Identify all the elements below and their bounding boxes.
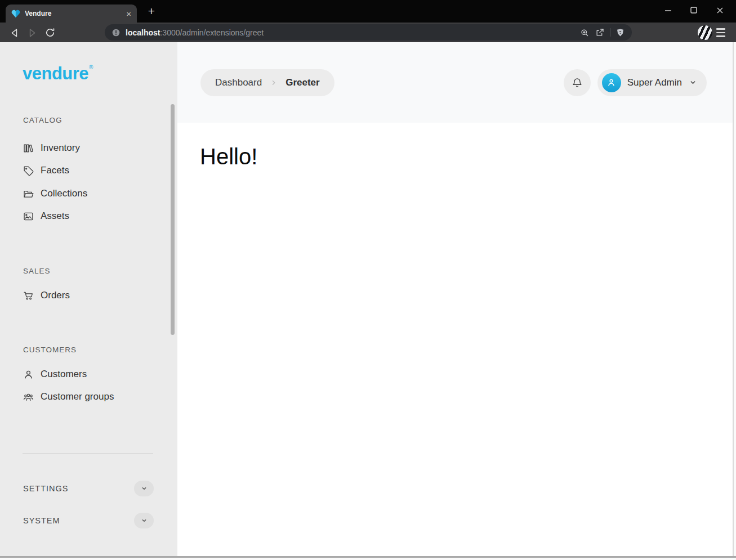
url-text[interactable]: localhost:3000/admin/extensions/greet bbox=[126, 28, 574, 37]
tag-icon bbox=[23, 165, 34, 177]
sidebar-item-facets[interactable]: Facets bbox=[23, 160, 69, 181]
browser-window: Vendure × + l bbox=[0, 0, 736, 560]
sidebar-scrollbar-thumb[interactable] bbox=[171, 104, 175, 335]
folder-icon bbox=[23, 188, 34, 200]
sidebar-item-label: Assets bbox=[41, 210, 69, 222]
sidebar-item-collections[interactable]: Collections bbox=[23, 183, 87, 204]
url-path: :3000/admin/extensions/greet bbox=[160, 28, 264, 37]
chevron-down-icon bbox=[140, 516, 149, 525]
back-icon[interactable] bbox=[7, 25, 21, 40]
menu-icon[interactable] bbox=[716, 26, 729, 39]
section-label-customers: CUSTOMERS bbox=[23, 346, 77, 354]
cart-icon bbox=[23, 290, 34, 302]
tab-vendure[interactable]: Vendure × bbox=[6, 5, 137, 23]
url-host: localhost bbox=[126, 28, 160, 37]
sidebar-item-inventory[interactable]: Inventory bbox=[23, 138, 80, 158]
image-icon bbox=[23, 210, 34, 222]
section-label-system: SYSTEM bbox=[23, 516, 60, 525]
sidebar-item-assets[interactable]: Assets bbox=[23, 206, 69, 226]
sidebar-item-label: Collections bbox=[41, 188, 87, 199]
user-menu-button[interactable]: Super Admin bbox=[597, 69, 707, 96]
sidebar-item-label: Orders bbox=[41, 290, 70, 301]
user-icon bbox=[23, 369, 34, 380]
forward-icon[interactable] bbox=[25, 25, 39, 40]
page-content: Hello! bbox=[177, 123, 733, 556]
tab-strip: Vendure × + bbox=[0, 0, 736, 23]
chevron-down-icon bbox=[688, 78, 698, 87]
window-bottom-edge bbox=[0, 556, 736, 558]
profile-avatar-icon[interactable] bbox=[698, 25, 712, 40]
section-label-sales: SALES bbox=[23, 267, 51, 275]
chevron-right-icon bbox=[269, 78, 279, 88]
toolbar-separator bbox=[610, 28, 610, 37]
breadcrumb-current: Greeter bbox=[286, 77, 319, 88]
site-info-icon[interactable] bbox=[111, 28, 121, 37]
maximize-icon[interactable] bbox=[681, 0, 707, 20]
bell-icon bbox=[571, 77, 583, 89]
chevron-down-icon bbox=[140, 484, 149, 493]
user-icon bbox=[606, 77, 617, 88]
user-avatar bbox=[602, 73, 621, 92]
sidebar-item-customer-groups[interactable]: Customer groups bbox=[23, 387, 114, 407]
notifications-button[interactable] bbox=[564, 69, 591, 96]
library-icon bbox=[23, 142, 34, 154]
window-controls bbox=[655, 0, 733, 20]
brave-shield-icon[interactable] bbox=[615, 28, 625, 38]
settings-expand-button[interactable] bbox=[134, 481, 154, 496]
app-header: Dashboard Greeter bbox=[177, 42, 733, 123]
sidebar-item-label: Customer groups bbox=[41, 391, 114, 402]
user-name: Super Admin bbox=[627, 77, 682, 88]
close-icon[interactable] bbox=[707, 0, 733, 20]
sidebar-section-system[interactable]: SYSTEM bbox=[23, 511, 154, 530]
sidebar: vendure® CATALOG Inventory Facets bbox=[0, 42, 177, 556]
logo-text: vendure bbox=[23, 64, 88, 83]
system-expand-button[interactable] bbox=[134, 513, 154, 528]
section-label-catalog: CATALOG bbox=[23, 116, 63, 124]
sidebar-section-settings[interactable]: SETTINGS bbox=[23, 479, 154, 498]
sidebar-item-label: Inventory bbox=[41, 142, 80, 154]
breadcrumb: Dashboard Greeter bbox=[200, 69, 334, 96]
minimize-icon[interactable] bbox=[655, 0, 681, 20]
share-icon[interactable] bbox=[595, 28, 605, 38]
address-bar[interactable]: localhost:3000/admin/extensions/greet bbox=[105, 24, 632, 41]
sidebar-item-label: Customers bbox=[41, 369, 87, 380]
tab-close-icon[interactable]: × bbox=[126, 10, 131, 18]
section-label-settings: SETTINGS bbox=[23, 484, 69, 493]
zoom-icon[interactable] bbox=[579, 28, 590, 38]
header-actions: Super Admin bbox=[564, 69, 707, 96]
vendure-admin-page: vendure® CATALOG Inventory Facets bbox=[0, 42, 734, 556]
breadcrumb-dashboard-link[interactable]: Dashboard bbox=[215, 77, 262, 88]
tab-title: Vendure bbox=[25, 10, 122, 17]
vendure-favicon-icon bbox=[11, 10, 20, 18]
logo-trademark: ® bbox=[89, 64, 93, 70]
sidebar-item-label: Facets bbox=[41, 165, 69, 176]
sidebar-divider bbox=[23, 453, 153, 454]
reload-icon[interactable] bbox=[43, 25, 57, 40]
greeting-heading: Hello! bbox=[200, 144, 710, 169]
sidebar-item-orders[interactable]: Orders bbox=[23, 285, 70, 306]
sidebar-item-customers[interactable]: Customers bbox=[23, 364, 87, 384]
new-tab-button[interactable]: + bbox=[144, 6, 159, 18]
vendure-logo[interactable]: vendure® bbox=[23, 64, 93, 84]
main-area: Dashboard Greeter bbox=[177, 42, 733, 556]
users-icon bbox=[23, 391, 34, 403]
